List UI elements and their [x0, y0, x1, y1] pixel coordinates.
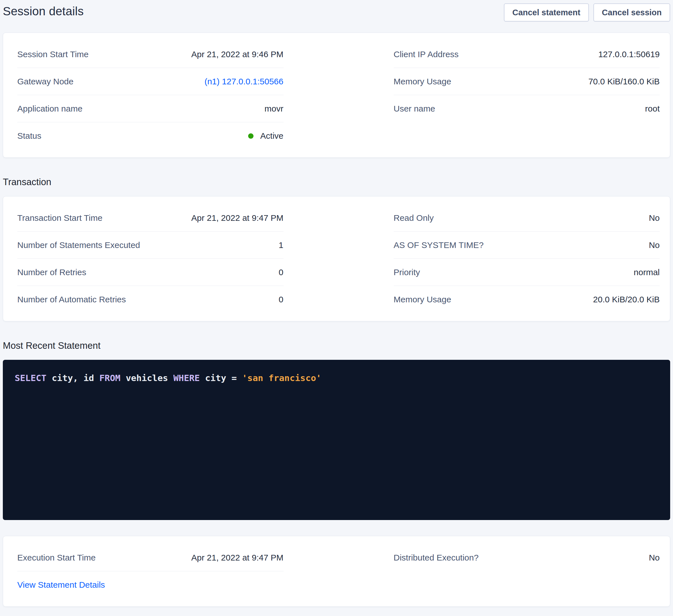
row-label: Distributed Execution? — [394, 553, 479, 563]
transaction-card-left-column: Transaction Start Time Apr 21, 2022 at 9… — [17, 205, 283, 313]
row-value: Apr 21, 2022 at 9:46 PM — [191, 49, 283, 59]
status-value: Active — [260, 131, 283, 141]
row-label: Number of Retries — [17, 268, 86, 277]
row-value: Apr 21, 2022 at 9:47 PM — [191, 213, 283, 223]
transaction-memory-usage-row: Memory Usage 20.0 KiB/20.0 KiB — [394, 286, 660, 313]
sql-statement-box: SELECT city, id FROM vehicles WHERE city… — [3, 360, 670, 520]
transaction-start-time-row: Transaction Start Time Apr 21, 2022 at 9… — [17, 205, 283, 232]
automatic-retries-row: Number of Automatic Retries 0 — [17, 286, 283, 313]
row-label: Application name — [17, 104, 82, 113]
row-value: No — [649, 213, 660, 223]
row-label: Client IP Address — [394, 49, 459, 59]
execution-card-left-column: Execution Start Time Apr 21, 2022 at 9:4… — [17, 544, 283, 598]
row-label: Memory Usage — [394, 77, 451, 86]
page-header: Session details Cancel statement Cancel … — [0, 0, 673, 21]
transaction-card: Transaction Start Time Apr 21, 2022 at 9… — [3, 196, 670, 321]
statements-executed-row: Number of Statements Executed 1 — [17, 232, 283, 259]
memory-usage-row: Memory Usage 70.0 KiB/160.0 KiB — [394, 68, 660, 95]
status-row: Status Active — [17, 122, 283, 149]
session-start-time-row: Session Start Time Apr 21, 2022 at 9:46 … — [17, 41, 283, 68]
cancel-session-button[interactable]: Cancel session — [594, 3, 670, 21]
status-badge: Active — [248, 131, 283, 141]
session-details-card: Session Start Time Apr 21, 2022 at 9:46 … — [3, 33, 670, 158]
row-value: 0 — [279, 268, 283, 277]
row-value: No — [649, 240, 660, 250]
sql-token-plain: vehicles — [121, 373, 173, 383]
transaction-section-title: Transaction — [3, 177, 670, 188]
sql-token-plain: city = — [200, 373, 242, 383]
application-name-row: Application name movr — [17, 95, 283, 122]
row-label: AS OF SYSTEM TIME? — [394, 240, 484, 250]
view-statement-details-row: View Statement Details — [17, 571, 283, 598]
row-value: normal — [634, 268, 660, 277]
view-statement-details-link[interactable]: View Statement Details — [17, 580, 105, 590]
row-value: Apr 21, 2022 at 9:47 PM — [191, 553, 283, 563]
sql-token-keyword: SELECT — [15, 373, 46, 383]
row-label: Memory Usage — [394, 295, 451, 304]
retries-row: Number of Retries 0 — [17, 259, 283, 286]
row-value: 127.0.0.1:50619 — [598, 49, 660, 59]
as-of-system-time-row: AS OF SYSTEM TIME? No — [394, 232, 660, 259]
row-label: Number of Automatic Retries — [17, 295, 126, 304]
header-buttons: Cancel statement Cancel session — [504, 3, 670, 21]
row-label: Status — [17, 131, 41, 141]
execution-start-time-row: Execution Start Time Apr 21, 2022 at 9:4… — [17, 544, 283, 571]
execution-details-card: Execution Start Time Apr 21, 2022 at 9:4… — [3, 536, 670, 607]
row-label: Priority — [394, 268, 420, 277]
row-value: root — [645, 104, 660, 113]
session-card-right-column: Client IP Address 127.0.0.1:50619 Memory… — [394, 41, 660, 149]
client-ip-row: Client IP Address 127.0.0.1:50619 — [394, 41, 660, 68]
row-value: movr — [264, 104, 283, 113]
sql-statement-text: SELECT city, id FROM vehicles WHERE city… — [15, 372, 658, 384]
cancel-statement-button[interactable]: Cancel statement — [504, 3, 589, 21]
gateway-node-row: Gateway Node (n1) 127.0.0.1:50566 — [17, 68, 283, 95]
session-card-left-column: Session Start Time Apr 21, 2022 at 9:46 … — [17, 41, 283, 149]
gateway-node-link[interactable]: (n1) 127.0.0.1:50566 — [205, 77, 283, 86]
priority-row: Priority normal — [394, 259, 660, 286]
row-value: 0 — [279, 295, 283, 304]
row-label: Gateway Node — [17, 77, 73, 86]
user-name-row: User name root — [394, 95, 660, 122]
row-value: No — [649, 553, 660, 563]
page-title: Session details — [3, 3, 84, 19]
transaction-card-right-column: Read Only No AS OF SYSTEM TIME? No Prior… — [394, 205, 660, 313]
row-value: 70.0 KiB/160.0 KiB — [588, 77, 660, 86]
status-active-dot-icon — [248, 133, 253, 139]
read-only-row: Read Only No — [394, 205, 660, 232]
distributed-execution-row: Distributed Execution? No — [394, 544, 660, 571]
row-label: Read Only — [394, 213, 434, 223]
sql-token-keyword: FROM — [99, 373, 121, 383]
sql-token-string: 'san francisco' — [242, 373, 321, 383]
row-label: Session Start Time — [17, 49, 89, 59]
execution-card-right-column: Distributed Execution? No — [394, 544, 660, 598]
row-value: 20.0 KiB/20.0 KiB — [593, 295, 660, 304]
row-value: 1 — [279, 240, 283, 250]
sql-token-plain: city, id — [46, 373, 99, 383]
sql-token-keyword: WHERE — [173, 373, 200, 383]
row-label: Execution Start Time — [17, 553, 96, 563]
row-label: Transaction Start Time — [17, 213, 102, 223]
row-label: User name — [394, 104, 435, 113]
row-label: Number of Statements Executed — [17, 240, 140, 250]
statement-section-title: Most Recent Statement — [3, 340, 670, 351]
